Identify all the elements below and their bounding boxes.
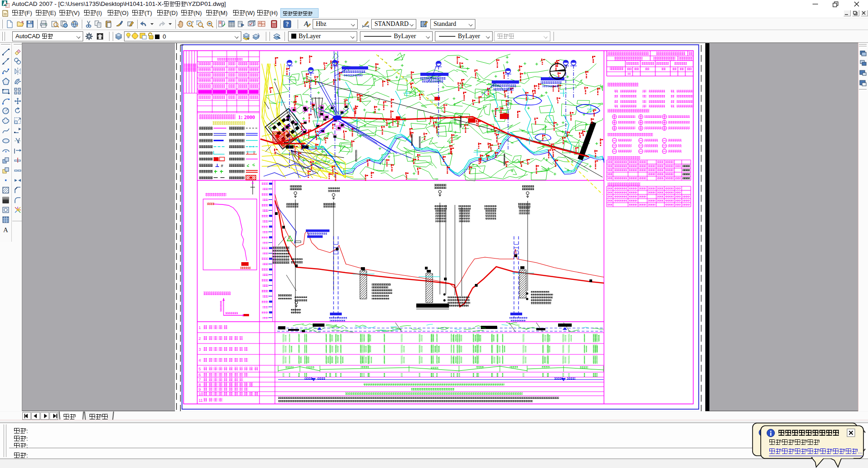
svg-text:6: 6 [199,373,201,377]
svg-text:#: # [221,164,223,168]
svg-text:3: 3 [199,347,201,352]
svg-text:10: 10 [199,392,203,396]
svg-text:9: 9 [199,387,201,392]
svg-text:5: 5 [199,367,201,371]
svg-text:4: 4 [199,358,201,363]
svg-text:2: 2 [199,336,201,341]
svg-text:A: A [3,226,8,234]
svg-text:1: 2000: 1: 2000 [238,114,255,120]
svg-text:1: 1 [199,325,201,330]
svg-text:8: 8 [199,383,201,387]
svg-text:11: 11 [199,398,203,403]
svg-text:?: ? [286,21,289,28]
svg-text:7: 7 [199,378,201,382]
